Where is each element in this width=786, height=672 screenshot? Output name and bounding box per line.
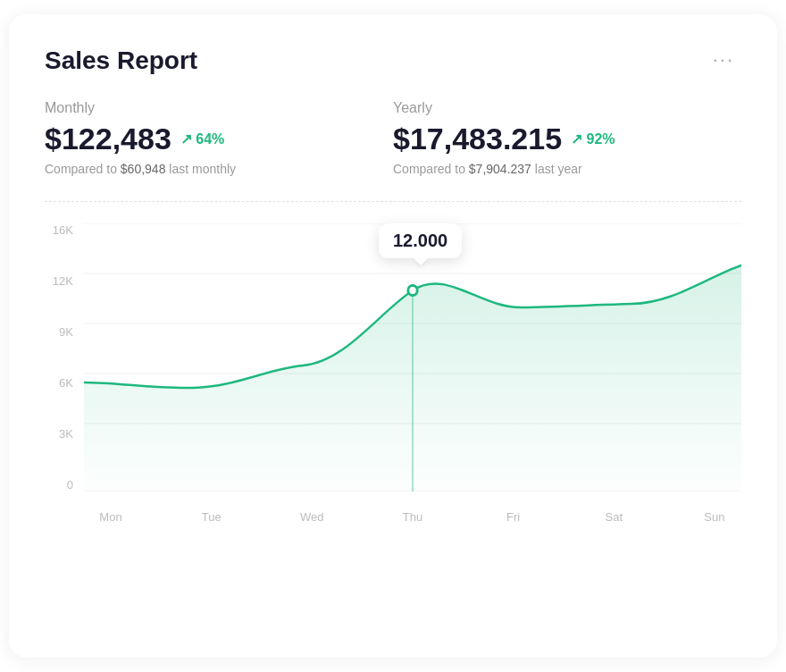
page-title: Sales Report <box>45 46 197 75</box>
y-label-16k: 16K <box>53 223 73 237</box>
monthly-compare-suffix: last monthly <box>169 162 236 176</box>
yearly-label: Yearly <box>393 100 741 116</box>
x-label-sun: Sun <box>688 510 741 524</box>
monthly-badge: ↗ 64% <box>180 130 224 147</box>
monthly-label: Monthly <box>45 100 393 116</box>
yearly-compare: Compared to $7,904.237 last year <box>393 162 741 176</box>
yearly-stat: Yearly $17,483.215 ↗ 92% Compared to $7,… <box>393 100 741 176</box>
yearly-compare-text: Compared to <box>393 162 465 176</box>
y-label-9k: 9K <box>59 325 73 339</box>
yearly-badge: ↗ 92% <box>571 130 615 147</box>
monthly-compare-value: $60,948 <box>121 162 166 176</box>
more-button[interactable]: ··· <box>706 46 741 73</box>
monthly-value: $122,483 <box>45 122 171 156</box>
yearly-value-row: $17,483.215 ↗ 92% <box>393 122 741 156</box>
sales-report-card: Sales Report ··· Monthly $122,483 ↗ 64% … <box>9 14 777 658</box>
x-axis: Mon Tue Wed Thu Fri Sat Sun <box>84 491 741 527</box>
yearly-value: $17,483.215 <box>393 122 562 156</box>
yearly-compare-suffix: last year <box>535 162 582 176</box>
y-label-12k: 12K <box>53 274 73 288</box>
chart-area: 16K 12K 9K 6K 3K 0 <box>45 223 741 527</box>
chart-inner: 12.000 <box>84 223 741 491</box>
section-divider <box>45 201 741 202</box>
yearly-compare-value: $7,904.237 <box>469 162 531 176</box>
y-label-3k: 3K <box>59 427 73 441</box>
x-label-mon: Mon <box>84 510 138 524</box>
y-axis: 16K 12K 9K 6K 3K 0 <box>45 223 80 491</box>
x-label-sat: Sat <box>587 510 640 524</box>
y-label-6k: 6K <box>59 376 73 390</box>
x-label-thu: Thu <box>386 510 439 524</box>
monthly-value-row: $122,483 ↗ 64% <box>45 122 393 156</box>
y-label-0: 0 <box>67 478 73 491</box>
monthly-compare: Compared to $60,948 last monthly <box>45 162 393 176</box>
line-chart-svg <box>84 223 741 491</box>
monthly-compare-text: Compared to <box>45 162 117 176</box>
x-label-wed: Wed <box>285 510 339 524</box>
chart-dot-thu-inner <box>409 287 416 294</box>
monthly-stat: Monthly $122,483 ↗ 64% Compared to $60,9… <box>45 100 393 176</box>
card-header: Sales Report ··· <box>45 46 741 75</box>
stats-row: Monthly $122,483 ↗ 64% Compared to $60,9… <box>45 100 741 176</box>
x-label-tue: Tue <box>185 510 238 524</box>
x-label-fri: Fri <box>487 510 540 524</box>
